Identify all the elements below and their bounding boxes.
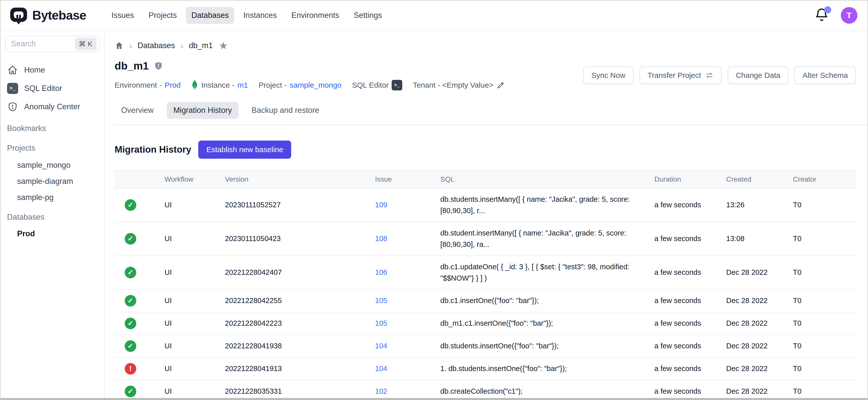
table-row[interactable]: UI 20221228042407 106 db.c1.updateOne( {…	[115, 256, 856, 289]
table-header-row: Workflow Version Issue SQL Duration Crea…	[115, 171, 856, 188]
favorite-star-icon[interactable]: ★	[219, 40, 228, 51]
issue-link[interactable]: 108	[375, 235, 387, 243]
issue-link[interactable]: 105	[375, 319, 387, 327]
sidebar-section-projects: Projects	[0, 144, 104, 153]
table-row[interactable]: UI 20221228041938 104 db.students.insert…	[115, 335, 856, 358]
sql-cell: db.student.insertMany([ { name: "Jacika"…	[428, 222, 642, 256]
meta-sql-editor[interactable]: SQL Editor >_	[352, 80, 402, 90]
meta-instance: Instance - m1	[191, 80, 248, 91]
col-status	[115, 171, 152, 188]
bytebase-logo-icon	[9, 6, 28, 25]
top-navbar: Bytebase Issues Projects Databases Insta…	[0, 0, 868, 31]
sql-cell: db.c1.updateOne( { _id: 3 }, [ { $set: {…	[428, 256, 642, 289]
sql-cell: db_m1.c1.insertOne({"foo": "bar"});	[428, 312, 642, 335]
search-shortcut-badge: ⌘ K	[75, 38, 96, 50]
table-row[interactable]: UI 20221228041913 104 1. db.students.ins…	[115, 358, 856, 380]
nav-settings[interactable]: Settings	[348, 7, 388, 24]
sql-cell: db.students.insertOne({"foo": "bar"});	[428, 335, 642, 358]
tab-overview[interactable]: Overview	[115, 102, 160, 119]
search-box[interactable]: ⌘ K	[5, 36, 99, 52]
sync-now-button[interactable]: Sync Now	[583, 66, 633, 84]
breadcrumb-item-databases[interactable]: Databases	[137, 41, 175, 50]
change-data-button[interactable]: Change Data	[728, 66, 788, 84]
breadcrumb-home-icon[interactable]	[115, 41, 124, 50]
col-workflow: Workflow	[152, 171, 213, 188]
issue-link[interactable]: 106	[375, 268, 387, 276]
sidebar-item-label: Home	[24, 65, 45, 74]
nav-databases[interactable]: Databases	[186, 7, 234, 24]
table-row[interactable]: UI 20230111052527 109 db.students.insert…	[115, 188, 856, 222]
terminal-icon: >_	[7, 83, 18, 94]
sidebar-item-anomaly-center[interactable]: Anomaly Center	[0, 98, 104, 116]
tab-backup-and-restore[interactable]: Backup and restore	[245, 102, 326, 119]
issue-link[interactable]: 104	[375, 342, 387, 350]
brand-name: Bytebase	[32, 8, 86, 23]
top-nav: Issues Projects Databases Instances Envi…	[106, 7, 388, 24]
nav-instances[interactable]: Instances	[238, 7, 282, 24]
table-row[interactable]: UI 20221228042255 105 db.c1.insertOne({"…	[115, 289, 856, 312]
migration-history-heading: Migration History	[115, 144, 191, 155]
page-title: db_m1	[115, 60, 149, 72]
avatar[interactable]: T	[841, 7, 858, 24]
search-input[interactable]	[11, 39, 75, 49]
meta-tenant: Tenant - <Empty Value>	[413, 81, 505, 89]
environment-link[interactable]: Prod	[165, 81, 181, 89]
shield-alert-icon	[7, 101, 18, 112]
transfer-project-button[interactable]: Transfer Project	[640, 66, 722, 84]
migration-history-table: Workflow Version Issue SQL Duration Crea…	[115, 170, 856, 398]
establish-baseline-button[interactable]: Establish new baseline	[198, 141, 291, 159]
success-icon	[125, 386, 136, 397]
success-icon	[125, 340, 136, 352]
sidebar-project-sample-pg[interactable]: sample-pg	[0, 189, 104, 206]
issue-link[interactable]: 109	[375, 201, 387, 209]
notification-bell-button[interactable]	[814, 8, 829, 23]
issue-link[interactable]: 104	[375, 365, 387, 373]
sidebar-database-prod[interactable]: Prod	[0, 226, 104, 242]
nav-projects[interactable]: Projects	[143, 7, 182, 24]
issue-link[interactable]: 105	[375, 297, 387, 305]
sql-cell: db.students.insertMany([ { name: "Jacika…	[428, 188, 642, 222]
instance-link[interactable]: m1	[238, 81, 248, 89]
sidebar-item-label: SQL Editor	[24, 84, 62, 93]
notification-dot	[824, 6, 831, 13]
bytebase-window: Bytebase Issues Projects Databases Insta…	[0, 0, 868, 400]
sidebar: ⌘ K Home >_ SQL Editor	[0, 31, 104, 398]
page-actions: Sync Now Transfer Project Change Data Al…	[583, 66, 856, 84]
home-icon	[7, 65, 18, 75]
table-row[interactable]: UI 20230111050423 108 db.student.insertM…	[115, 222, 856, 256]
avatar-initial: T	[846, 11, 851, 20]
sidebar-item-home[interactable]: Home	[0, 61, 104, 79]
breadcrumb-chevron-icon: ›	[129, 41, 132, 51]
project-link[interactable]: sample_mongo	[290, 81, 341, 89]
nav-environments[interactable]: Environments	[286, 7, 345, 24]
sidebar-project-sample_mongo[interactable]: sample_mongo	[0, 157, 104, 173]
col-sql: SQL	[428, 171, 642, 188]
col-version: Version	[213, 171, 363, 188]
sidebar-item-sql-editor[interactable]: >_ SQL Editor	[0, 79, 104, 98]
shield-alert-icon	[154, 61, 163, 71]
table-row[interactable]: UI 20221228035331 102 db.createCollectio…	[115, 380, 856, 398]
sql-cell: db.createCollection("c1");	[428, 380, 642, 398]
success-icon	[125, 295, 136, 307]
table-row[interactable]: UI 20221228042223 105 db_m1.c1.insertOne…	[115, 312, 856, 335]
topbar-right: T	[814, 7, 858, 24]
breadcrumb-item-db_m1[interactable]: db_m1	[189, 41, 213, 50]
brand[interactable]: Bytebase	[9, 6, 86, 25]
main-content: › Databases › db_m1 ★ db_m1	[104, 31, 868, 398]
terminal-icon: >_	[392, 80, 402, 90]
col-creator: Creator	[781, 171, 856, 188]
issue-link[interactable]: 102	[375, 387, 387, 395]
col-issue: Issue	[363, 171, 428, 188]
sidebar-section-bookmarks: Bookmarks	[0, 124, 104, 133]
edit-pencil-icon[interactable]	[496, 81, 505, 89]
success-icon	[125, 199, 136, 211]
sidebar-item-label: Anomaly Center	[24, 102, 80, 111]
tab-migration-history[interactable]: Migration History	[167, 102, 239, 119]
error-icon	[125, 363, 136, 375]
nav-issues[interactable]: Issues	[106, 7, 140, 24]
col-duration: Duration	[642, 171, 714, 188]
meta-project: Project - sample_mongo	[259, 81, 342, 89]
sidebar-project-sample-diagram[interactable]: sample-diagram	[0, 173, 104, 189]
mongodb-leaf-icon	[191, 80, 198, 91]
alter-schema-button[interactable]: Alter Schema	[795, 66, 856, 84]
